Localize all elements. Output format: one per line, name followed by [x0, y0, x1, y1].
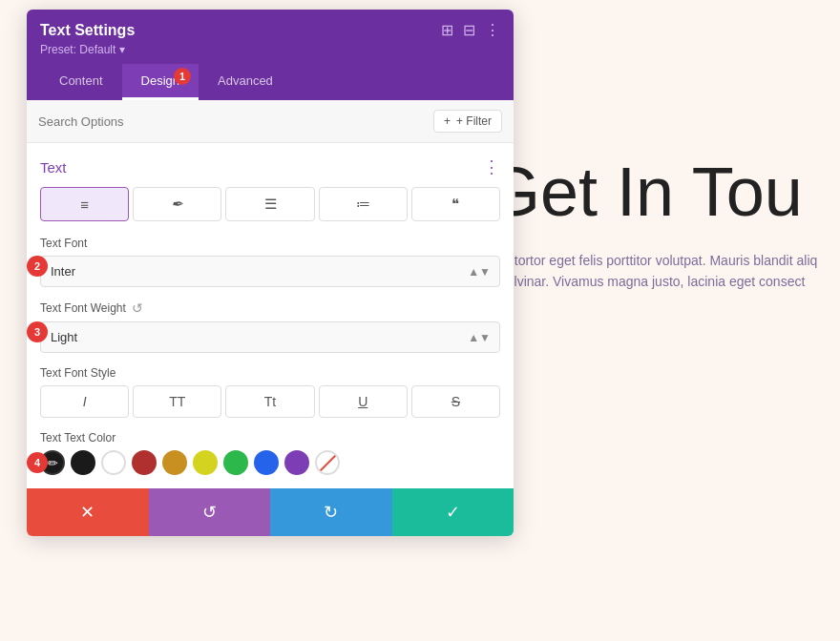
color-swatch-white[interactable] — [101, 450, 126, 475]
italic-button[interactable]: I — [40, 385, 129, 418]
font-label: Text Font — [40, 237, 500, 250]
step-badge-2: 2 — [27, 256, 48, 277]
blockquote-button[interactable]: ❝ — [411, 187, 500, 221]
filter-button[interactable]: + + Filter — [433, 110, 502, 133]
ordered-list-button[interactable]: ≔ — [319, 187, 408, 221]
underline-button[interactable]: U — [319, 385, 408, 418]
confirm-button[interactable]: ✓ — [392, 488, 514, 536]
strikethrough-button[interactable]: S — [411, 385, 500, 418]
font-weight-label: Text Font Weight ↺ — [40, 300, 500, 316]
align-left-button[interactable]: ≡ — [40, 187, 129, 221]
color-swatch-none[interactable] — [315, 450, 340, 475]
more-options-icon[interactable]: ⋮ — [485, 21, 500, 39]
font-weight-select[interactable]: Thin Extra Light Light Regular Medium Se… — [40, 321, 500, 353]
underline-icon: U — [358, 394, 368, 409]
color-row: 4 ✏ — [40, 450, 500, 475]
cancel-button[interactable]: ✕ — [27, 488, 149, 536]
tab-design-badge: 1 — [174, 68, 191, 85]
reset-button[interactable]: ↺ — [149, 488, 271, 536]
page-heading: Get In Tou — [487, 153, 817, 231]
color-swatch-black[interactable] — [71, 450, 95, 475]
page-subtext: cipit tortor eget felis porttitor volutp… — [487, 250, 817, 293]
unordered-list-button[interactable]: ☰ — [225, 187, 314, 221]
panel-tabs: Content Design 1 Advanced — [40, 64, 500, 100]
settings-panel: Text Settings ⊞ ⊟ ⋮ Preset: Default ▾ Co… — [27, 10, 514, 536]
action-bar: ✕ ↺ ↻ ✓ — [27, 488, 514, 536]
font-style-row: I TT Tt U S — [40, 385, 500, 418]
align-left-icon: ≡ — [80, 196, 89, 213]
alignment-row: ≡ ✒ ☰ ≔ ❝ — [40, 187, 500, 221]
fullscreen-icon[interactable]: ⊞ — [441, 21, 453, 39]
step-badge-3: 3 — [27, 321, 48, 342]
color-swatch-green[interactable] — [223, 450, 248, 475]
text-color-label: Text Text Color — [40, 431, 500, 445]
pencil-icon: ✏ — [48, 456, 58, 470]
search-input[interactable] — [38, 114, 426, 129]
color-swatch-gold[interactable] — [162, 450, 187, 475]
color-swatch-purple[interactable] — [284, 450, 309, 475]
panel-title: Text Settings — [40, 22, 135, 39]
align-none-button[interactable]: ✒ — [133, 187, 221, 221]
confirm-icon: ✓ — [446, 502, 460, 523]
font-weight-reset-icon[interactable]: ↺ — [132, 300, 143, 316]
redo-icon: ↻ — [324, 502, 338, 523]
font-style-label: Text Font Style — [40, 366, 500, 380]
preset-label[interactable]: Preset: Default ▾ — [40, 43, 500, 56]
uppercase-icon: TT — [169, 394, 185, 409]
panel-body: Text ⋮ ≡ ✒ ☰ ≔ ❝ Text Font 2 — [27, 143, 514, 488]
font-select-wrapper: 2 Inter Roboto Open Sans Lato Montserrat… — [40, 256, 500, 287]
font-weight-select-wrapper: 3 Thin Extra Light Light Regular Medium … — [40, 321, 500, 353]
filter-plus-icon: + — [444, 114, 451, 128]
strikethrough-icon: S — [452, 394, 460, 409]
capitalize-icon: Tt — [264, 394, 276, 409]
header-icons: ⊞ ⊟ ⋮ — [441, 21, 500, 39]
section-header: Text ⋮ — [40, 156, 500, 177]
search-bar: + + Filter — [27, 100, 514, 143]
tab-content[interactable]: Content — [40, 64, 122, 100]
reset-icon: ↺ — [202, 502, 217, 523]
italic-icon: I — [83, 394, 87, 409]
columns-icon[interactable]: ⊟ — [463, 21, 475, 39]
section-menu-icon[interactable]: ⋮ — [483, 156, 500, 177]
tab-advanced[interactable]: Advanced — [199, 64, 292, 100]
ordered-list-icon: ≔ — [356, 196, 370, 213]
align-none-icon: ✒ — [171, 196, 183, 213]
color-swatch-yellow[interactable] — [193, 450, 218, 475]
blockquote-icon: ❝ — [452, 196, 459, 213]
panel-header: Text Settings ⊞ ⊟ ⋮ Preset: Default ▾ Co… — [27, 10, 514, 100]
font-select[interactable]: Inter Roboto Open Sans Lato Montserrat P… — [40, 256, 500, 287]
unordered-list-icon: ☰ — [264, 196, 277, 213]
step-badge-4: 4 — [27, 452, 48, 473]
capitalize-button[interactable]: Tt — [225, 385, 314, 418]
tab-design[interactable]: Design 1 — [122, 64, 199, 100]
color-swatch-darkred[interactable] — [132, 450, 157, 475]
section-title: Text — [40, 159, 67, 176]
redo-button[interactable]: ↻ — [270, 488, 392, 536]
cancel-icon: ✕ — [80, 502, 94, 523]
uppercase-button[interactable]: TT — [133, 385, 221, 418]
color-swatch-blue[interactable] — [254, 450, 279, 475]
